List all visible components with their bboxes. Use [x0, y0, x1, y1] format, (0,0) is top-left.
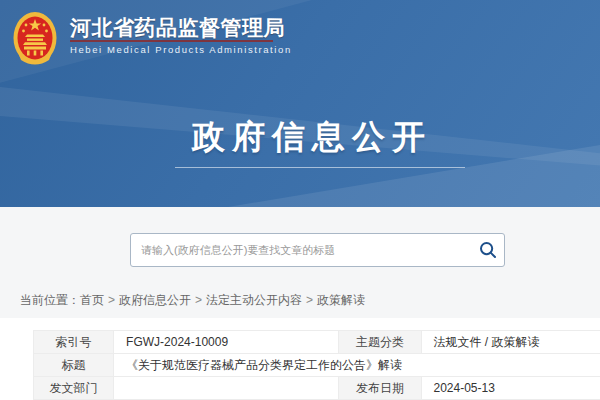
breadcrumb-item[interactable]: 首页: [80, 293, 104, 307]
breadcrumb-prefix: 当前位置：: [20, 293, 80, 307]
breadcrumb-items: 首页>政府信息公开>法定主动公开内容>政策解读: [80, 293, 365, 307]
department-label: 发文部门: [34, 377, 114, 400]
site-title-underline: [70, 40, 273, 42]
breadcrumb-separator: >: [195, 293, 202, 307]
breadcrumb: 当前位置：首页>政府信息公开>法定主动公开内容>政策解读: [20, 292, 365, 309]
breadcrumb-item: 政策解读: [317, 293, 365, 307]
publish-date-value: 2024-05-13: [421, 377, 600, 400]
publish-date-label: 发布日期: [339, 377, 421, 400]
category-value: 法规文件 / 政策解读: [421, 331, 600, 354]
breadcrumb-item[interactable]: 政府信息公开: [119, 293, 191, 307]
national-emblem-icon: [13, 10, 57, 68]
record-info-table: 索引号 FGWJ-2024-10009 主题分类 法规文件 / 政策解读 标题 …: [33, 330, 600, 400]
index-number-value: FGWJ-2024-10009: [114, 331, 339, 354]
breadcrumb-item[interactable]: 法定主动公开内容: [206, 293, 302, 307]
breadcrumb-separator: >: [108, 293, 115, 307]
title-label: 标题: [34, 354, 114, 377]
search-icon: [478, 240, 498, 260]
breadcrumb-separator: >: [306, 293, 313, 307]
site-title: 河北省药品监督管理局: [70, 17, 292, 38]
header-banner: 河北省药品监督管理局 Hebei Medical Products Admini…: [0, 0, 600, 207]
search-button[interactable]: [472, 234, 504, 266]
index-number-label: 索引号: [34, 331, 114, 354]
table-row: 索引号 FGWJ-2024-10009 主题分类 法规文件 / 政策解读: [34, 331, 600, 354]
site-title-english: Hebei Medical Products Administration: [70, 44, 292, 55]
table-row: 标题 《关于规范医疗器械产品分类界定工作的公告》解读: [34, 354, 600, 377]
search-bar: [130, 233, 505, 267]
category-label: 主题分类: [339, 331, 421, 354]
page-title: 政府信息公开: [192, 115, 432, 160]
content-panel: 索引号 FGWJ-2024-10009 主题分类 法规文件 / 政策解读 标题 …: [0, 318, 600, 400]
site-logo[interactable]: 河北省药品监督管理局 Hebei Medical Products Admini…: [13, 10, 292, 68]
search-input[interactable]: [131, 234, 472, 266]
table-row: 发文部门 发布日期 2024-05-13: [34, 377, 600, 400]
department-value: [114, 377, 339, 400]
page-title-underline: [175, 167, 465, 168]
title-value: 《关于规范医疗器械产品分类界定工作的公告》解读: [114, 354, 600, 377]
